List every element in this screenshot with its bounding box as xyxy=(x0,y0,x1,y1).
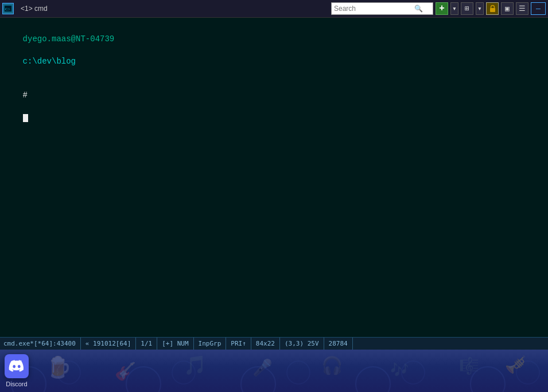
menu-button[interactable]: ☰ xyxy=(516,2,528,15)
deco-4: 🎤 xyxy=(252,358,273,378)
deco-2: 🎸 xyxy=(115,361,136,382)
status-pri: PRI↑ xyxy=(226,338,251,350)
lock-button[interactable] xyxy=(486,2,499,15)
titlebar: C:\ <1> cmd 🔍 + ▾ ⊞ ▾ ▣ ☰ — xyxy=(0,0,548,18)
deco-5: 🎧 xyxy=(321,355,343,377)
status-coords: (3,3) 25V xyxy=(280,338,324,350)
terminal-input-line[interactable]: # xyxy=(3,79,545,135)
discord-label: Discord xyxy=(6,381,27,387)
status-position: 1/1 xyxy=(136,338,157,350)
window-title: <1> cmd xyxy=(16,5,52,13)
search-input[interactable] xyxy=(334,5,414,13)
taskbar: 🍺 🎸 🎵 🎤 🎧 🎶 🎼 🎺 Discord xyxy=(0,350,548,392)
deco-6: 🎶 xyxy=(390,361,409,379)
add-tab-button[interactable]: + xyxy=(436,2,448,15)
taskbar-discord[interactable]: Discord xyxy=(5,354,29,387)
statusbar: cmd.exe*[*64]:43400 « 191012[64] 1/1 [+]… xyxy=(0,337,548,350)
search-box[interactable]: 🔍 xyxy=(331,2,433,15)
discord-icon xyxy=(5,354,29,378)
terminal-area[interactable]: dyego.maas@NT-04739 c:\dev\blog # xyxy=(0,18,548,337)
deco-1: 🍺 xyxy=(46,355,72,381)
deco-8: 🎺 xyxy=(505,354,526,375)
monitor-dropdown[interactable]: ▾ xyxy=(476,2,484,15)
status-keys: [+] NUM xyxy=(157,338,193,350)
svg-text:C:\: C:\ xyxy=(5,7,10,11)
minimize-button[interactable]: — xyxy=(531,2,546,15)
search-icon: 🔍 xyxy=(414,5,423,13)
status-size: 84x22 xyxy=(251,338,280,350)
user-host: dyego.maas@NT-04739 xyxy=(23,34,115,44)
prompt-char: # xyxy=(23,91,28,100)
svg-rect-3 xyxy=(490,8,495,12)
cursor xyxy=(23,114,28,122)
status-extra: 28784 xyxy=(324,338,353,350)
status-process: cmd.exe*[*64]:43400 xyxy=(3,338,81,350)
status-buffer: « 191012[64] xyxy=(81,338,136,350)
app-icon: C:\ xyxy=(2,3,14,14)
monitor-button[interactable]: ⊞ xyxy=(461,2,473,15)
status-inpgrp: InpGrp xyxy=(194,338,227,350)
terminal-prompt-line: dyego.maas@NT-04739 c:\dev\blog xyxy=(3,22,545,79)
deco-7: 🎼 xyxy=(459,356,479,376)
pane-button[interactable]: ▣ xyxy=(501,2,514,15)
add-tab-dropdown[interactable]: ▾ xyxy=(450,2,458,15)
current-path: c:\dev\blog xyxy=(23,57,76,66)
deco-3: 🎵 xyxy=(184,354,207,377)
